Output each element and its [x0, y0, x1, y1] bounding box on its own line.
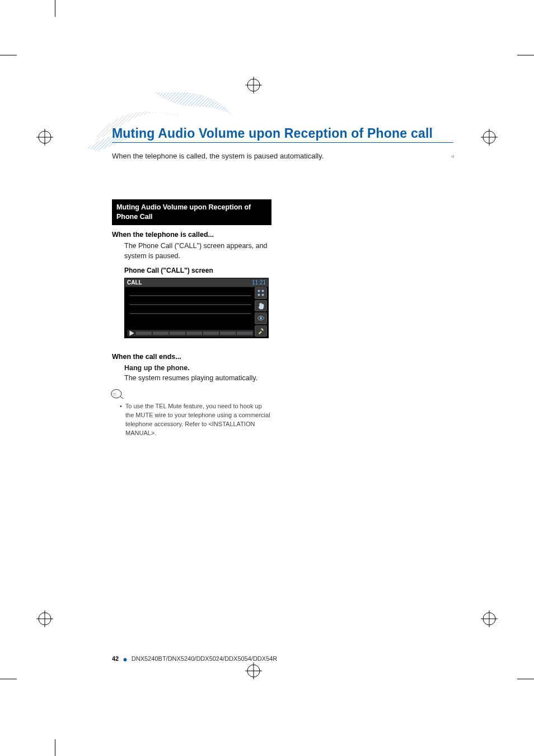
registration-mark [36, 129, 53, 146]
svg-rect-21 [262, 290, 264, 292]
note-icon: ::: [111, 389, 127, 400]
crop-mark [55, 734, 77, 756]
when-ends-body: The system resumes playing automatically… [124, 373, 271, 383]
svg-rect-23 [262, 294, 264, 296]
svg-rect-20 [258, 290, 260, 292]
svg-rect-22 [258, 294, 260, 296]
registration-mark [245, 77, 262, 94]
crop-mark [55, 0, 77, 22]
when-called-heading: When the telephone is called... [112, 231, 271, 239]
when-ends-heading: When the call ends... [112, 353, 271, 361]
footer-models: DNX5240BT/DNX5240/DDX5024/DDX5054/DDX54R [132, 655, 277, 662]
note-body: To use the TEL Mute feature, you need to… [125, 403, 270, 436]
grid-icon [255, 287, 267, 299]
page-title: Muting Audio Volume upon Reception of Ph… [112, 126, 453, 143]
section-heading: Muting Audio Volume upon Reception of Ph… [112, 199, 271, 225]
registration-mark [481, 129, 498, 146]
footer: 42 ● DNX5240BT/DNX5240/DDX5024/DDX5054/D… [112, 655, 277, 664]
play-icon [128, 330, 135, 336]
when-called-body: The Phone Call ("CALL") screen appears, … [124, 241, 271, 261]
crop-mark [512, 679, 534, 701]
registration-mark [36, 610, 53, 627]
eye-icon [255, 312, 267, 324]
screen-label: Phone Call ("CALL") screen [124, 267, 271, 274]
crop-mark [0, 55, 22, 77]
crop-mark [0, 679, 22, 701]
call-screen-figure: CALL 11:21 [124, 278, 269, 338]
bullet-icon: ● [120, 655, 129, 664]
registration-mark [481, 610, 498, 627]
svg-text::::: ::: [113, 392, 116, 396]
hand-icon [255, 300, 267, 312]
note-text: • To use the TEL Mute feature, you need … [120, 402, 271, 438]
registration-mark [245, 662, 262, 679]
page-number: 42 [112, 655, 119, 662]
call-screen-time: 11:21 [252, 279, 266, 286]
when-ends-sub: Hang up the phone. [124, 363, 271, 373]
svg-point-25 [260, 318, 262, 320]
tools-icon [255, 325, 267, 337]
intro-text: When the telephone is called, the system… [112, 152, 453, 160]
call-screen-bottom-bar [127, 330, 254, 337]
call-screen-title: CALL [127, 279, 142, 286]
crop-mark [512, 55, 534, 77]
